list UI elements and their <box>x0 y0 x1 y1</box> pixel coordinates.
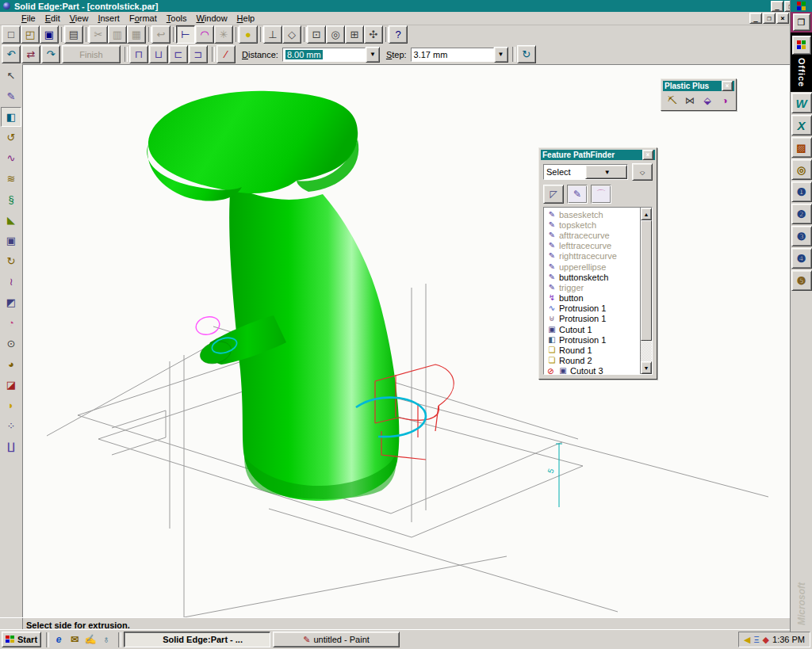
feature-list-item[interactable]: ❏Round 2 <box>547 356 640 366</box>
feature-list-item[interactable]: ✎trigger <box>547 282 640 292</box>
print-button[interactable]: ▤ <box>64 25 83 44</box>
feature-list-item[interactable]: ✎buttonsketch <box>547 272 640 282</box>
zoom-button[interactable]: ◎ <box>326 25 345 44</box>
word-shortcut[interactable]: W <box>791 93 812 113</box>
plastic-lip-tool[interactable]: ◑ <box>717 94 733 108</box>
ribbon-options-button[interactable]: ↻ <box>517 45 536 63</box>
excel-shortcut[interactable]: X <box>791 115 812 136</box>
feature-list-item[interactable]: ✎upperellipse <box>547 262 640 272</box>
menu-help[interactable]: Help <box>232 13 260 24</box>
profile-button[interactable]: ◠ <box>195 25 214 44</box>
pathfinder-feature-list[interactable]: ✎basesketch✎topsketch✎afttracecurve✎left… <box>543 207 653 375</box>
feature-list-item[interactable]: ✎basesketch <box>547 209 640 220</box>
feature-list-item[interactable]: ∿Protrusion 1 <box>547 304 640 314</box>
desktop-quicklaunch[interactable]: ♁ <box>99 633 113 647</box>
taskbar-task-paint[interactable]: ✎ untitled - Paint <box>273 632 400 647</box>
save-document-button[interactable]: ▣ <box>40 25 59 44</box>
pan-button[interactable]: ✣ <box>364 25 383 44</box>
feature-list-item[interactable]: ⊘▣Cutout 3 <box>547 366 640 374</box>
solid-edge-smartview-shortcut[interactable]: ❺ <box>791 270 812 291</box>
tray-clock[interactable]: 1:36 PM <box>772 635 805 644</box>
feature-list-item[interactable]: ◧Protrusion 1 <box>547 334 640 345</box>
thread-tool[interactable]: ⊙ <box>1 334 21 353</box>
paste-button[interactable]: ▦ <box>127 25 146 44</box>
pf-show-profiles-button[interactable]: ⌒ <box>591 185 611 204</box>
extent-through-all-button[interactable]: ⊓ <box>129 45 148 63</box>
feature-list-item[interactable]: ✎lefttracecurve <box>547 241 640 251</box>
menu-format[interactable]: Format <box>124 13 162 24</box>
cutout-tool[interactable]: ▣ <box>1 231 21 250</box>
hole-tool[interactable]: ◔ <box>1 313 21 333</box>
menu-view[interactable]: View <box>65 13 94 24</box>
solid-edge-sheetmetal-shortcut[interactable]: ❹ <box>791 248 812 269</box>
feature-list-item[interactable]: ❏Round 1 <box>547 345 640 355</box>
start-button[interactable]: Start <box>2 632 41 647</box>
feature-pathfinder-panel[interactable]: Feature PathFinder × Select ▼ ⌔ ◸✎⌒ ✎bas… <box>538 147 657 380</box>
scroll-up-icon[interactable]: ▲ <box>641 208 652 220</box>
plastic-plus-toolbar[interactable]: Plastic Plus × ⛏⋈⬙◑ <box>661 78 737 111</box>
mail-quicklaunch[interactable]: ✍ <box>83 633 98 647</box>
solid-edge-assembly-shortcut[interactable]: ❷ <box>791 204 812 224</box>
menu-edit[interactable]: Edit <box>40 13 65 24</box>
undo-button[interactable]: ↩ <box>151 25 170 44</box>
doc-restore-button[interactable]: ❐ <box>763 13 776 24</box>
document-icon[interactable] <box>2 13 13 23</box>
magenta-sketch-ellipse[interactable] <box>194 315 221 338</box>
outlook-quicklaunch[interactable]: ✉ <box>67 633 82 647</box>
plastic-boss-tool[interactable]: ⬙ <box>699 94 715 108</box>
volume-tray-icon[interactable]: ◀ <box>744 636 750 644</box>
normal-protrusion-tool[interactable]: ◣ <box>1 210 21 230</box>
plastic-plus-close-icon[interactable]: × <box>722 81 733 91</box>
find-shortcut[interactable]: ◎ <box>791 159 812 180</box>
scroll-down-icon[interactable]: ▼ <box>641 361 652 374</box>
title-bar[interactable]: Solid Edge:Part - [controlstick.par] _ ❐… <box>0 0 812 12</box>
feature-list-item[interactable]: ↯button <box>547 293 640 304</box>
menu-tools[interactable]: Tools <box>162 13 192 24</box>
feature-list-item[interactable]: ⊎Protrusion 1 <box>547 314 640 324</box>
select-tool[interactable]: ↖ <box>1 66 21 86</box>
zoom-area-button[interactable]: ⊡ <box>307 25 326 44</box>
step-value[interactable]: 3.17 mm <box>414 50 448 59</box>
extent-from-to-button[interactable]: ⊏ <box>169 45 188 63</box>
swept-cutout-tool[interactable]: ≀ <box>1 272 21 292</box>
feature-pathfinder-toggle-button[interactable]: ⊢ <box>176 25 195 44</box>
feature-list-item[interactable]: ✎topsketch <box>547 220 640 230</box>
find-binoculars-button[interactable]: ⌔ <box>632 163 653 181</box>
office-button[interactable] <box>792 36 811 55</box>
feature-list-item[interactable]: ▣Cutout 1 <box>547 324 640 334</box>
powerpoint-shortcut[interactable]: ▨ <box>791 137 812 158</box>
doc-minimize-button[interactable]: _ <box>749 13 762 24</box>
revolved-cutout-tool[interactable]: ↻ <box>1 251 21 271</box>
extent-through-next-button[interactable]: ⊔ <box>149 45 168 63</box>
pathfinder-scrollbar[interactable]: ▲ ▼ <box>640 208 652 374</box>
step-combo[interactable]: 3.17 mm ▼ <box>411 48 508 62</box>
mirror-copy-tool[interactable]: ∐ <box>1 437 21 456</box>
construction-display-button[interactable]: ◇ <box>282 25 301 44</box>
distance-combo[interactable]: 8.00 mm ▼ <box>282 48 380 62</box>
fit-button[interactable]: ⊞ <box>345 25 364 44</box>
ribbon-return-button[interactable]: ↶ <box>2 45 21 63</box>
coordinate-system-button[interactable]: ⊥ <box>263 25 282 44</box>
solid-edge-part-shortcut[interactable]: ❶ <box>791 181 812 202</box>
feature-list-item[interactable]: ✎righttracecurve <box>547 251 640 262</box>
office-bar-header[interactable] <box>791 0 812 12</box>
lofted-cutout-tool[interactable]: ◩ <box>1 292 21 312</box>
distance-dropdown[interactable]: ▼ <box>366 47 380 63</box>
extent-finite-button[interactable]: ⊐ <box>189 45 208 63</box>
symmetric-extent-button[interactable]: ∕ <box>216 45 236 63</box>
lofted-protrusion-tool[interactable]: ≋ <box>1 169 21 189</box>
protrusion-tool[interactable]: ◧ <box>1 107 21 127</box>
new-document-button[interactable]: □ <box>2 25 21 44</box>
copy-button[interactable]: ▥ <box>108 25 127 44</box>
plastic-rib-tool[interactable]: ⋈ <box>682 94 698 108</box>
revolved-protrusion-tool[interactable]: ↺ <box>1 128 21 147</box>
solid-edge-draft-shortcut[interactable]: ❸ <box>791 226 812 246</box>
pathfinder-select-dropdown[interactable]: ▼ <box>585 165 628 179</box>
doc-close-button[interactable]: × <box>776 13 789 24</box>
menu-window[interactable]: Window <box>191 13 232 24</box>
pathfinder-select-combo[interactable]: Select ▼ <box>543 164 628 180</box>
ribbon-flip-side-button[interactable]: ⇄ <box>21 45 40 63</box>
taskbar-task-solid-edge[interactable]: Solid Edge:Part - ... <box>124 632 270 647</box>
finish-button[interactable]: Finish <box>62 45 121 63</box>
pattern-tool[interactable]: ⁘ <box>1 416 21 436</box>
